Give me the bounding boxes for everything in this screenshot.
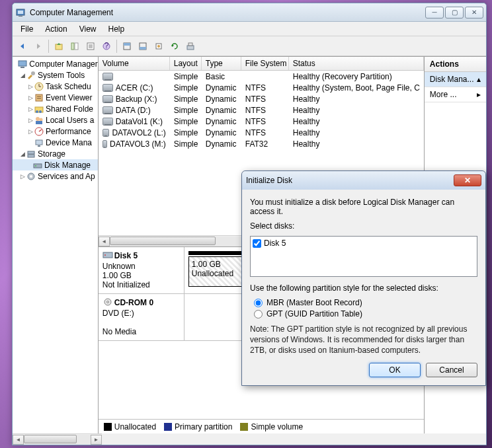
svg-rect-34: [36, 121, 42, 124]
up-button[interactable]: [52, 39, 66, 54]
volume-icon: [102, 73, 113, 81]
tree-shared-folders[interactable]: ▷Shared Folde: [13, 103, 98, 114]
refresh-button[interactable]: [167, 39, 182, 54]
gpt-radio[interactable]: [254, 310, 263, 318]
col-filesystem[interactable]: File System: [241, 57, 289, 70]
navigation-tree[interactable]: Computer Manager ◢System Tools ▷Task Sch…: [13, 57, 99, 433]
tree-device-manager[interactable]: Device Mana: [13, 137, 98, 148]
svg-rect-18: [187, 46, 194, 50]
select-disks-label: Select disks:: [250, 221, 477, 231]
maximize-button[interactable]: ▢: [445, 7, 464, 19]
menu-view[interactable]: View: [74, 23, 102, 35]
minimize-button[interactable]: ─: [425, 7, 444, 19]
users-icon: [34, 115, 44, 126]
tree-services[interactable]: ▷Services and Ap: [13, 170, 98, 182]
tree-task-scheduler[interactable]: ▷Task Schedu: [13, 81, 98, 92]
volume-row[interactable]: Backup (X:)SimpleDynamicNTFSHealthy: [99, 93, 424, 104]
volume-row[interactable]: ACER (C:)SimpleDynamicNTFSHealthy (Syste…: [99, 82, 424, 93]
svg-point-17: [157, 45, 160, 48]
svg-point-44: [30, 175, 32, 178]
disk-mgmt-icon: [32, 160, 43, 170]
tree-event-viewer[interactable]: ▷Event Viewer: [13, 92, 98, 103]
view-bottom-button[interactable]: [136, 39, 150, 54]
volume-icon: [102, 129, 110, 137]
svg-point-48: [106, 301, 108, 303]
tree-root[interactable]: Computer Manager: [13, 58, 98, 69]
volume-row[interactable]: SimpleBasicHealthy (Recovery Partition): [99, 71, 424, 82]
legend: Unallocated Primary partition Simple vol…: [99, 419, 424, 433]
clock-icon: [34, 81, 44, 92]
cdrom-drive: DVD (E:): [102, 309, 134, 318]
performance-icon: [34, 126, 44, 137]
svg-point-30: [36, 110, 38, 113]
view-top-button[interactable]: [120, 39, 134, 54]
disk-5-init: Not Initialized: [102, 280, 150, 289]
legend-primary: Primary partition: [175, 422, 232, 431]
dialog-close-button[interactable]: ✕: [454, 174, 481, 186]
dialog-titlebar[interactable]: Initialize Disk ✕: [242, 171, 485, 190]
scroll-left-button[interactable]: ◄: [99, 237, 110, 246]
properties-button[interactable]: [83, 39, 98, 54]
tree-performance[interactable]: ▷Performance: [13, 126, 98, 137]
device-icon: [34, 137, 44, 148]
disk-5-label: Disk 5: [264, 239, 286, 248]
action-disk-management[interactable]: Disk Mana...▴: [425, 72, 486, 87]
svg-rect-20: [19, 61, 26, 66]
legend-unallocated: Unallocated: [114, 422, 156, 431]
menu-file[interactable]: File: [15, 23, 38, 35]
back-button[interactable]: [15, 39, 30, 54]
svg-rect-15: [140, 47, 146, 50]
menu-help[interactable]: Help: [103, 23, 130, 35]
volume-icon: [102, 95, 113, 103]
storage-icon: [26, 149, 36, 159]
settings-button[interactable]: [151, 39, 166, 54]
svg-rect-13: [124, 43, 130, 46]
app-icon: [15, 7, 26, 18]
volume-row[interactable]: DATAVOL2 (L:)SimpleDynamicNTFSHealthy: [99, 127, 424, 138]
cancel-button[interactable]: Cancel: [426, 363, 477, 377]
svg-rect-4: [71, 43, 74, 50]
menu-action[interactable]: Action: [40, 23, 72, 35]
manage-button[interactable]: [183, 39, 198, 54]
show-hide-tree-button[interactable]: [67, 39, 82, 54]
svg-rect-1: [18, 11, 23, 14]
help-button[interactable]: ?: [99, 39, 114, 54]
forward-button[interactable]: [31, 39, 46, 54]
col-type[interactable]: Type: [202, 57, 241, 70]
svg-rect-38: [38, 145, 40, 147]
tree-storage[interactable]: ◢Storage: [13, 148, 98, 159]
close-button[interactable]: ✕: [465, 7, 483, 19]
disk-icon: [102, 251, 113, 262]
expand-icon: ▸: [477, 90, 481, 99]
ok-button[interactable]: OK: [369, 363, 421, 377]
actions-header: Actions: [425, 57, 486, 72]
svg-rect-2: [19, 16, 22, 17]
volume-icon: [102, 84, 113, 92]
volume-row[interactable]: DATA (D:)SimpleDynamicNTFSHealthy: [99, 104, 424, 116]
volume-row[interactable]: DATAVOL3 (M:)SimpleDynamicFAT32Healthy: [99, 138, 424, 149]
partition-size: 1.00 GB: [192, 260, 221, 269]
action-more[interactable]: More ...▸: [425, 87, 486, 102]
grid-header: Volume Layout Type File System Status: [99, 57, 424, 71]
volume-icon: [102, 118, 113, 126]
disk-list-item[interactable]: Disk 5: [252, 238, 475, 248]
col-layout[interactable]: Layout: [170, 57, 202, 70]
tree-scrollbar[interactable]: ◄►: [13, 433, 102, 445]
col-status[interactable]: Status: [289, 57, 424, 70]
svg-rect-37: [36, 140, 42, 145]
tree-system-tools[interactable]: ◢System Tools: [13, 69, 98, 81]
disk-list[interactable]: Disk 5: [250, 236, 477, 277]
col-volume[interactable]: Volume: [99, 57, 170, 70]
mbr-radio[interactable]: [254, 299, 263, 307]
titlebar[interactable]: Computer Management ─ ▢ ✕: [13, 3, 486, 22]
shared-folder-icon: [34, 104, 44, 114]
volume-row[interactable]: DataVol1 (K:)SimpleDynamicNTFSHealthy: [99, 116, 424, 127]
tree-disk-management[interactable]: Disk Manage: [13, 159, 98, 170]
disk-5-size: 1.00 GB: [102, 271, 132, 280]
tree-local-users[interactable]: ▷Local Users a: [13, 114, 98, 126]
svg-rect-41: [34, 164, 42, 168]
scroll-thumb[interactable]: [110, 237, 216, 245]
svg-rect-21: [20, 67, 24, 68]
svg-point-31: [39, 110, 42, 113]
disk-5-checkbox[interactable]: [253, 239, 261, 248]
